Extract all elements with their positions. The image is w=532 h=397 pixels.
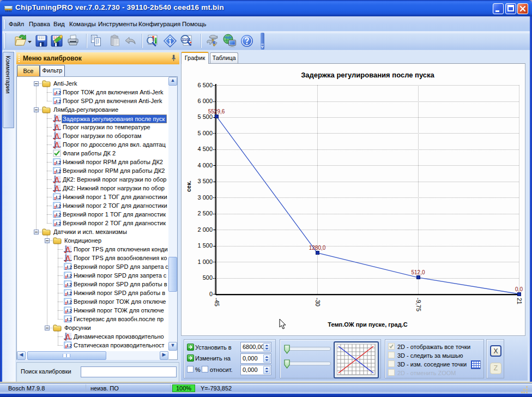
svg-text:I.2: I.2 <box>56 169 61 174</box>
svg-text:110: 110 <box>182 37 189 42</box>
svg-text:I.2: I.2 <box>67 317 72 322</box>
svg-text:I.2: I.2 <box>67 291 72 296</box>
svg-text:I.2: I.2 <box>56 212 61 218</box>
svg-text:I.2: I.2 <box>56 195 61 200</box>
svg-text:I.2: I.2 <box>56 99 61 104</box>
svg-text:I.2: I.2 <box>56 203 61 209</box>
svg-text:I.2: I.2 <box>56 160 61 165</box>
svg-text:I.2: I.2 <box>56 221 61 226</box>
svg-text:I.2: I.2 <box>67 282 72 287</box>
svg-text:I.2: I.2 <box>67 264 72 270</box>
svg-text:I.2: I.2 <box>56 90 61 95</box>
svg-text:I.2: I.2 <box>67 343 72 348</box>
svg-text:I.2: I.2 <box>67 308 72 314</box>
svg-text:1: 1 <box>189 37 191 42</box>
svg-text:I.2: I.2 <box>67 299 72 305</box>
svg-text:I.2: I.2 <box>67 273 72 279</box>
